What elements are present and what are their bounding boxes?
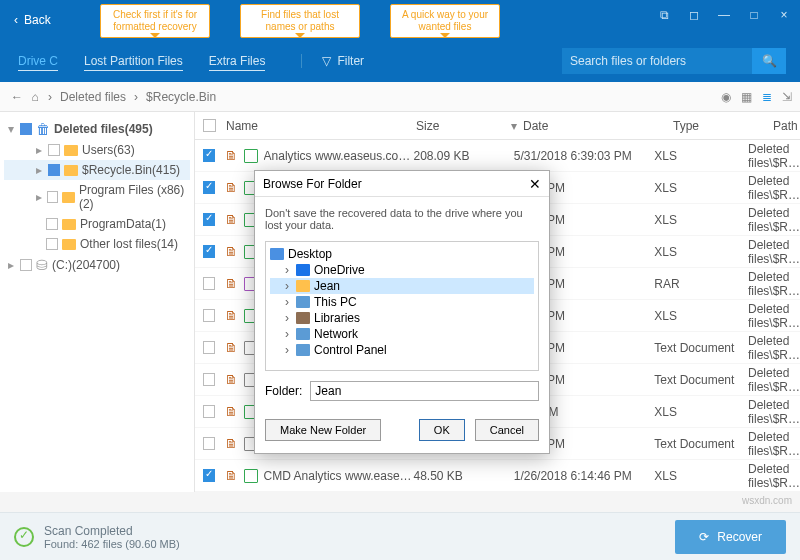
row-checkbox[interactable] (203, 437, 215, 450)
preview-icon[interactable]: 🗎 (225, 244, 238, 259)
checkbox[interactable] (20, 123, 32, 135)
preview-icon[interactable]: 🗎 (225, 308, 238, 323)
table-row[interactable]: 🗎Analytics www.easeus.com …208.09 KB5/31… (195, 140, 800, 172)
tab-drive-c[interactable]: Drive C (18, 50, 58, 73)
dialog-close-icon[interactable]: ✕ (529, 176, 541, 192)
col-path[interactable]: Path (773, 119, 800, 133)
recover-button[interactable]: ⟳Recover (675, 520, 786, 554)
preview-icon[interactable]: 🗎 (225, 468, 238, 483)
preview-icon[interactable]: 🗎 (225, 180, 238, 195)
row-checkbox[interactable] (203, 469, 215, 482)
maximize-icon[interactable]: □ (746, 8, 762, 22)
tree-onedrive[interactable]: ›OneDrive (270, 262, 534, 278)
back-button[interactable]: ‹ Back (0, 13, 65, 27)
row-checkbox[interactable] (203, 309, 215, 322)
sort-desc-icon[interactable]: ▾ (511, 119, 523, 133)
filter-button[interactable]: ▽ Filter (301, 54, 364, 68)
expand-icon[interactable]: ▸ (6, 258, 16, 272)
control-panel-icon (296, 344, 310, 356)
expand-icon[interactable]: › (282, 263, 292, 277)
nav-home-icon[interactable]: ⌂ (26, 90, 44, 104)
folder-tree[interactable]: Desktop ›OneDrive ›Jean ›This PC ›Librar… (265, 241, 539, 371)
tab-extra-files[interactable]: Extra Files (209, 50, 266, 73)
search-button[interactable]: 🔍 (752, 48, 786, 74)
row-checkbox[interactable] (203, 245, 215, 258)
select-all-checkbox[interactable] (203, 119, 216, 132)
row-checkbox[interactable] (203, 373, 215, 386)
preview-icon[interactable]: 🗎 (225, 340, 238, 355)
search-input[interactable] (562, 48, 752, 74)
checkbox[interactable] (46, 218, 58, 230)
tree-other-lost[interactable]: Other lost files(14) (4, 234, 190, 254)
tree-users[interactable]: ▸Users(63) (4, 140, 190, 160)
preview-icon[interactable]: 🗎 (225, 372, 238, 387)
expand-icon[interactable]: › (282, 279, 292, 293)
expand-icon[interactable]: › (282, 311, 292, 325)
chevron-left-icon: ‹ (14, 13, 18, 27)
preview-icon[interactable]: 🗎 (225, 404, 238, 419)
col-size[interactable]: Size (416, 119, 511, 133)
filter-icon: ▽ (322, 54, 331, 68)
nav-back-icon[interactable]: ← (8, 90, 26, 104)
recover-label: Recover (717, 530, 762, 544)
dialog-titlebar[interactable]: Browse For Folder ✕ (255, 171, 549, 197)
tree-program-files[interactable]: ▸Program Files (x86)(2) (4, 180, 190, 214)
win-btn-2[interactable]: ◻ (686, 8, 702, 22)
expand-icon[interactable]: ▸ (34, 163, 44, 177)
row-checkbox[interactable] (203, 405, 215, 418)
row-checkbox[interactable] (203, 149, 215, 162)
crumb-root[interactable]: Deleted files (60, 90, 126, 104)
tree-this-pc[interactable]: ›This PC (270, 294, 534, 310)
tree-libraries[interactable]: ›Libraries (270, 310, 534, 326)
crumb-current[interactable]: $Recycle.Bin (146, 90, 216, 104)
tree-program-data[interactable]: ProgramData(1) (4, 214, 190, 234)
dialog-title: Browse For Folder (263, 177, 362, 191)
tree-network[interactable]: ›Network (270, 326, 534, 342)
row-checkbox[interactable] (203, 341, 215, 354)
tree-recycle-bin[interactable]: ▸$Recycle.Bin(415) (4, 160, 190, 180)
expand-icon[interactable]: › (282, 295, 292, 309)
ok-button[interactable]: OK (419, 419, 465, 441)
checkbox[interactable] (47, 191, 58, 203)
tab-lost-partition[interactable]: Lost Partition Files (84, 50, 183, 73)
row-checkbox[interactable] (203, 277, 215, 290)
expand-icon[interactable]: › (282, 343, 292, 357)
sidebar: ▾🗑Deleted files(495) ▸Users(63) ▸$Recycl… (0, 112, 195, 492)
view-preview-icon[interactable]: ◉ (721, 90, 731, 104)
view-list-icon[interactable]: ≣ (762, 90, 772, 104)
view-grid-icon[interactable]: ▦ (741, 90, 752, 104)
close-icon[interactable]: × (776, 8, 792, 22)
preview-icon[interactable]: 🗎 (225, 212, 238, 227)
col-type[interactable]: Type (673, 119, 773, 133)
checkbox[interactable] (48, 144, 60, 156)
col-date[interactable]: Date (523, 119, 673, 133)
expand-icon[interactable]: ▸ (34, 143, 44, 157)
table-row[interactable]: 🗎CMD Analytics www.easeus.co …48.50 KB1/… (195, 460, 800, 492)
minimize-icon[interactable]: — (716, 8, 732, 22)
tree-control-panel[interactable]: ›Control Panel (270, 342, 534, 358)
row-checkbox[interactable] (203, 181, 215, 194)
row-checkbox[interactable] (203, 213, 215, 226)
checkbox[interactable] (48, 164, 60, 176)
tree-jean[interactable]: ›Jean (270, 278, 534, 294)
tip-callouts: Check first if it's for formatted recove… (100, 4, 500, 38)
cancel-button[interactable]: Cancel (475, 419, 539, 441)
expand-icon[interactable]: › (282, 327, 292, 341)
tree-cp-label: Control Panel (314, 343, 387, 357)
tree-desktop[interactable]: Desktop (270, 246, 534, 262)
preview-icon[interactable]: 🗎 (225, 276, 238, 291)
folder-input[interactable] (310, 381, 539, 401)
checkbox[interactable] (20, 259, 32, 271)
preview-icon[interactable]: 🗎 (225, 436, 238, 451)
view-export-icon[interactable]: ⇲ (782, 90, 792, 104)
col-name[interactable]: Name (226, 119, 416, 133)
tree-deleted-files[interactable]: ▾🗑Deleted files(495) (4, 118, 190, 140)
tree-c-drive[interactable]: ▸⛁(C:)(204700) (4, 254, 190, 276)
make-new-folder-button[interactable]: Make New Folder (265, 419, 381, 441)
checkbox[interactable] (46, 238, 58, 250)
win-btn-1[interactable]: ⧉ (656, 8, 672, 22)
preview-icon[interactable]: 🗎 (225, 148, 238, 163)
collapse-icon[interactable]: ▾ (6, 122, 16, 136)
expand-icon[interactable]: ▸ (34, 190, 43, 204)
filter-label: Filter (337, 54, 364, 68)
